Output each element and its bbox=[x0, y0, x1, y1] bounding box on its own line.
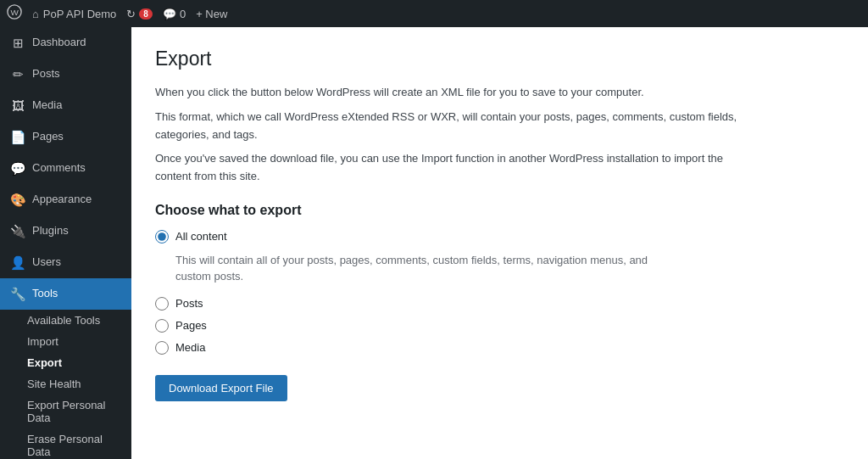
submenu-erase-personal-data[interactable]: Erase Personal Data bbox=[0, 428, 131, 459]
updates-icon: ↻ bbox=[126, 8, 136, 20]
wp-logo-icon: W bbox=[7, 4, 22, 24]
sidebar-item-dashboard[interactable]: ⊞ Dashboard bbox=[0, 27, 131, 59]
submenu-available-tools[interactable]: Available Tools bbox=[0, 310, 131, 331]
sidebar-item-posts[interactable]: ✏ Posts bbox=[0, 59, 131, 90]
topbar: W ⌂ PoP API Demo ↻ 8 💬 0 + New bbox=[0, 0, 868, 27]
posts-icon: ✏ bbox=[10, 65, 25, 83]
dashboard-icon: ⊞ bbox=[10, 34, 25, 52]
radio-media[interactable]: Media bbox=[155, 341, 844, 355]
submenu-site-health[interactable]: Site Health bbox=[0, 373, 131, 395]
download-export-button[interactable]: Download Export File bbox=[155, 375, 287, 401]
home-icon: ⌂ bbox=[32, 8, 39, 20]
export-options: All content This will contain all of you… bbox=[155, 230, 844, 355]
appearance-icon: 🎨 bbox=[10, 191, 25, 209]
plugins-icon: 🔌 bbox=[10, 222, 25, 240]
main-content: Export When you click the button below W… bbox=[131, 27, 868, 459]
sidebar-item-tools[interactable]: 🔧 Tools bbox=[0, 278, 131, 310]
site-name[interactable]: ⌂ PoP API Demo bbox=[32, 8, 116, 20]
description-3: Once you've saved the download file, you… bbox=[155, 150, 748, 186]
users-icon: 👤 bbox=[10, 254, 25, 271]
tools-icon: 🔧 bbox=[10, 285, 25, 303]
updates-count[interactable]: ↻ 8 bbox=[126, 8, 153, 20]
radio-pages[interactable]: Pages bbox=[155, 319, 844, 333]
sidebar: ⊞ Dashboard ✏ Posts 🖼 Media 📄 Pages 💬 Co… bbox=[0, 27, 131, 459]
sidebar-item-pages[interactable]: 📄 Pages bbox=[0, 121, 131, 153]
submenu-export-personal-data[interactable]: Export Personal Data bbox=[0, 395, 131, 428]
comment-icon: 💬 bbox=[163, 8, 176, 20]
comments-count[interactable]: 💬 0 bbox=[163, 8, 186, 20]
radio-pages-input[interactable] bbox=[155, 319, 169, 333]
media-icon: 🖼 bbox=[10, 97, 25, 115]
sidebar-item-comments[interactable]: 💬 Comments bbox=[0, 153, 131, 184]
description-1: When you click the button below WordPres… bbox=[155, 84, 748, 102]
comments-icon: 💬 bbox=[10, 160, 25, 177]
all-content-description: This will contain all of your posts, pag… bbox=[175, 252, 684, 285]
sidebar-item-plugins[interactable]: 🔌 Plugins bbox=[0, 216, 131, 247]
sidebar-item-appearance[interactable]: 🎨 Appearance bbox=[0, 184, 131, 216]
radio-all-content-input[interactable] bbox=[155, 230, 169, 243]
submenu-export[interactable]: Export bbox=[0, 352, 131, 373]
page-title: Export bbox=[155, 48, 844, 70]
description-2: This format, which we call WordPress eXt… bbox=[155, 109, 748, 144]
sidebar-item-media[interactable]: 🖼 Media bbox=[0, 90, 131, 121]
svg-text:W: W bbox=[11, 7, 19, 16]
section-title: Choose what to export bbox=[155, 203, 844, 218]
radio-all-content[interactable]: All content bbox=[155, 230, 844, 243]
sidebar-item-users[interactable]: 👤 Users bbox=[0, 247, 131, 278]
pages-icon: 📄 bbox=[10, 128, 25, 146]
radio-posts-input[interactable] bbox=[155, 297, 169, 311]
submenu-import[interactable]: Import bbox=[0, 331, 131, 352]
radio-posts[interactable]: Posts bbox=[155, 297, 844, 311]
new-button[interactable]: + New bbox=[196, 8, 227, 20]
tools-submenu: Available Tools Import Export Site Healt… bbox=[0, 310, 131, 459]
radio-media-input[interactable] bbox=[155, 341, 169, 355]
